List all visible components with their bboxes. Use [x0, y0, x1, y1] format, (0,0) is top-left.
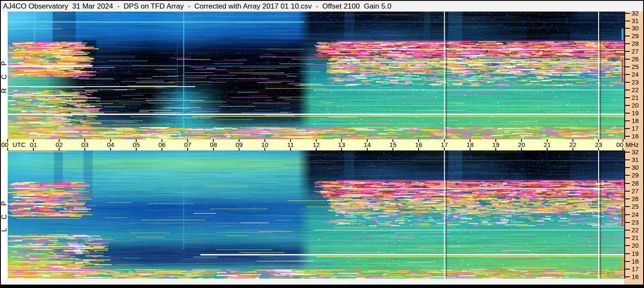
freq-tick — [624, 198, 630, 199]
time-label: 07 — [181, 141, 194, 148]
lcp-polarization-label: L C P — [1, 150, 8, 279]
freq-tick — [624, 120, 630, 121]
freq-label: 26 — [632, 195, 643, 202]
freq-label: 23 — [632, 79, 643, 86]
lcp-frequency-scale: 3231302928272625242322212019181716 — [624, 150, 643, 279]
mhz-unit-label: MHz — [626, 141, 639, 148]
freq-label: 28 — [632, 180, 643, 187]
time-label: 08 — [207, 141, 220, 148]
freq-label: 24 — [632, 71, 643, 78]
title-bar: AJ4CO Observatory 31 Mar 2024 - DPS on T… — [1, 1, 643, 12]
freq-tick — [624, 167, 630, 168]
lcp-spectrogram — [8, 150, 624, 279]
time-label: 16 — [412, 141, 425, 148]
time-label: 13 — [335, 141, 348, 148]
freq-tick — [624, 222, 630, 223]
freq-label: 29 — [632, 172, 643, 179]
freq-label: 29 — [632, 33, 643, 39]
freq-tick — [624, 136, 630, 137]
time-label: 06 — [156, 141, 168, 148]
rcp-label-text: R C P — [0, 58, 8, 93]
freq-label: 31 — [632, 18, 643, 24]
freq-label: 22 — [632, 87, 643, 93]
rcp-polarization-label: R C P — [1, 12, 8, 139]
rcp-spectrogram — [8, 12, 624, 139]
time-label: 00 — [612, 141, 623, 148]
freq-label: 30 — [632, 25, 643, 32]
freq-tick — [624, 152, 630, 153]
dps-viewer-window: AJ4CO Observatory 31 Mar 2024 - DPS on T… — [0, 0, 644, 288]
freq-tick — [624, 74, 630, 75]
freq-tick — [624, 245, 630, 246]
freq-label: 26 — [632, 56, 643, 63]
time-label: 02 — [53, 141, 66, 148]
freq-tick — [624, 237, 630, 238]
time-label: 03 — [78, 141, 91, 148]
time-label: 17 — [438, 141, 451, 148]
freq-tick — [624, 261, 630, 262]
freq-tick — [624, 191, 630, 192]
freq-label: 16 — [632, 273, 643, 280]
lcp-label-text: L C P — [0, 198, 8, 231]
freq-label: 32 — [632, 149, 643, 156]
freq-tick — [624, 36, 630, 36]
freq-tick — [624, 97, 630, 98]
freq-label: 21 — [632, 234, 643, 241]
time-label: 12 — [310, 141, 323, 148]
time-label: 21 — [541, 141, 554, 148]
freq-tick — [624, 13, 630, 14]
freq-tick — [624, 21, 630, 21]
freq-tick — [624, 82, 630, 83]
freq-label: 16 — [632, 133, 643, 140]
freq-tick — [624, 183, 630, 184]
time-axis: 0001020304050607080910111213141516171819… — [1, 139, 624, 150]
bottom-margin — [1, 279, 624, 285]
freq-tick — [624, 51, 630, 52]
freq-label: 23 — [632, 219, 643, 226]
freq-tick — [624, 43, 630, 44]
time-label: 04 — [104, 141, 117, 148]
time-label: 15 — [386, 141, 399, 148]
freq-tick — [624, 59, 630, 60]
freq-label: 27 — [632, 48, 643, 55]
freq-label: 20 — [632, 242, 643, 249]
freq-label: 19 — [632, 110, 643, 117]
freq-tick — [624, 253, 630, 254]
freq-tick — [624, 66, 630, 67]
freq-tick — [624, 159, 630, 160]
freq-label: 18 — [632, 258, 643, 265]
freq-label: 22 — [632, 227, 643, 234]
freq-label: 32 — [632, 10, 643, 17]
time-label: 20 — [515, 141, 528, 148]
rcp-frequency-scale: 3231302928272625242322212019181716 — [624, 12, 643, 139]
time-label: 18 — [464, 141, 476, 148]
freq-label: 30 — [632, 164, 643, 171]
time-label: 22 — [566, 141, 579, 148]
time-label: 00 — [1, 141, 11, 148]
time-label: 11 — [284, 141, 297, 148]
freq-tick — [624, 230, 630, 231]
freq-label: 17 — [632, 125, 643, 132]
freq-tick — [624, 113, 630, 114]
freq-label: 25 — [632, 63, 643, 70]
freq-tick — [624, 175, 630, 176]
time-label: 23 — [592, 141, 605, 148]
freq-tick — [624, 214, 630, 215]
time-label: 10 — [258, 141, 271, 148]
freq-tick — [624, 269, 630, 270]
time-label: 19 — [489, 141, 502, 148]
time-label: 05 — [130, 141, 143, 148]
freq-tick — [624, 28, 630, 29]
freq-label: 25 — [632, 203, 643, 210]
freq-label: 18 — [632, 117, 643, 124]
freq-label: 24 — [632, 211, 643, 218]
freq-label: 20 — [632, 102, 643, 109]
freq-tick — [624, 276, 630, 277]
freq-tick — [624, 206, 630, 207]
freq-label: 27 — [632, 188, 643, 195]
freq-tick — [624, 90, 630, 90]
time-label: 14 — [361, 141, 374, 148]
freq-tick — [624, 128, 630, 129]
freq-label: 17 — [632, 266, 643, 273]
time-label: 01 — [27, 141, 40, 148]
